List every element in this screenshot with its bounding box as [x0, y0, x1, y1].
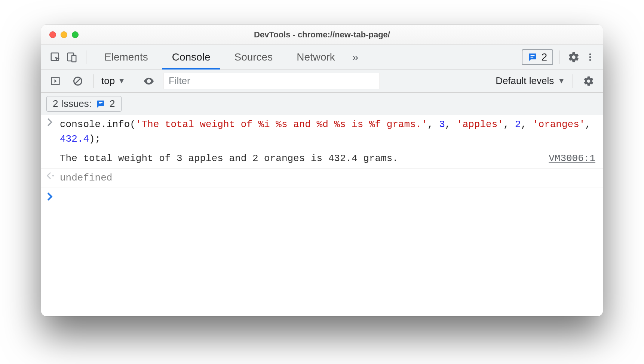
tab-network[interactable]: Network — [285, 45, 347, 69]
issues-strip: 2 Issues: 2 — [41, 93, 603, 115]
kebab-menu-icon[interactable] — [582, 49, 598, 65]
issue-message-icon — [96, 99, 105, 108]
svg-point-11 — [148, 80, 150, 82]
chevron-double-right-icon: » — [352, 51, 359, 64]
maximize-button[interactable] — [72, 31, 79, 38]
separator — [93, 74, 94, 88]
devtools-window: DevTools - chrome://new-tab-page/ Elemen… — [41, 25, 603, 316]
toggle-console-sidebar-icon[interactable] — [47, 73, 64, 89]
tab-elements[interactable]: Elements — [92, 45, 160, 69]
close-button[interactable] — [49, 31, 56, 38]
console-settings-gear-icon[interactable] — [580, 73, 597, 89]
svg-rect-4 — [531, 56, 534, 57]
main-tabbar: Elements Console Sources Network » 2 — [41, 45, 603, 70]
issue-message-icon — [528, 52, 537, 62]
console-prompt-input[interactable] — [60, 192, 595, 201]
console-output-source-link[interactable]: VM3006:1 — [549, 151, 595, 166]
svg-point-14 — [52, 175, 54, 176]
svg-rect-2 — [72, 55, 76, 62]
tab-label: Sources — [234, 51, 273, 63]
inspect-element-icon[interactable] — [47, 49, 64, 65]
console-output-text: The total weight of 3 apples and 2 orang… — [60, 151, 398, 166]
issues-count: 2 — [541, 51, 547, 63]
chevron-down-icon: ▼ — [558, 77, 565, 85]
svg-point-5 — [589, 53, 591, 55]
live-expression-eye-icon[interactable] — [141, 73, 157, 89]
window-controls — [49, 31, 79, 38]
clear-console-icon[interactable] — [70, 73, 86, 89]
tabs-overflow-button[interactable]: » — [347, 45, 364, 69]
console-toolbar: top ▼ Default levels ▼ — [41, 70, 603, 93]
window-title: DevTools - chrome://new-tab-page/ — [41, 30, 603, 40]
settings-gear-icon[interactable] — [565, 49, 582, 65]
console-return-row: undefined — [41, 169, 603, 188]
context-label: top — [101, 75, 115, 87]
levels-label: Default levels — [496, 75, 554, 87]
tab-label: Elements — [104, 51, 148, 63]
console-input-row: console.info('The total weight of %i %s … — [41, 115, 603, 149]
device-toolbar-icon[interactable] — [64, 49, 80, 65]
issues-label: 2 Issues: — [53, 98, 92, 109]
console-input-code[interactable]: console.info('The total weight of %i %s … — [60, 117, 595, 146]
log-levels-select[interactable]: Default levels ▼ — [496, 75, 565, 87]
chevron-down-icon: ▼ — [118, 77, 125, 85]
filter-input[interactable] — [163, 73, 380, 89]
svg-rect-12 — [99, 102, 102, 103]
minimize-button[interactable] — [61, 31, 67, 38]
svg-point-7 — [589, 59, 591, 61]
issues-counter[interactable]: 2 — [522, 49, 553, 65]
tab-label: Console — [172, 51, 211, 63]
svg-rect-13 — [99, 104, 101, 104]
console-prompt-row[interactable] — [41, 188, 603, 203]
execution-context-select[interactable]: top ▼ — [101, 75, 125, 87]
separator — [133, 74, 133, 88]
tab-label: Network — [297, 51, 335, 63]
svg-rect-3 — [531, 55, 535, 56]
tab-sources[interactable]: Sources — [222, 45, 285, 69]
console-return-value: undefined — [60, 171, 595, 185]
input-gutter-icon — [46, 117, 60, 146]
prompt-gutter-icon — [46, 192, 60, 201]
separator — [86, 50, 86, 64]
output-gutter — [46, 151, 60, 166]
panel-tabs: Elements Console Sources Network » — [92, 45, 364, 69]
tab-console[interactable]: Console — [160, 45, 223, 69]
console-body: console.info('The total weight of %i %s … — [41, 115, 603, 316]
svg-point-6 — [589, 56, 591, 58]
svg-line-10 — [75, 78, 80, 84]
issues-box[interactable]: 2 Issues: 2 — [46, 96, 122, 112]
console-output-row: The total weight of 3 apples and 2 orang… — [41, 149, 603, 169]
titlebar: DevTools - chrome://new-tab-page/ — [41, 25, 603, 45]
return-gutter-icon — [46, 171, 60, 185]
separator — [573, 74, 573, 88]
issues-count: 2 — [110, 98, 115, 109]
separator — [559, 50, 559, 64]
